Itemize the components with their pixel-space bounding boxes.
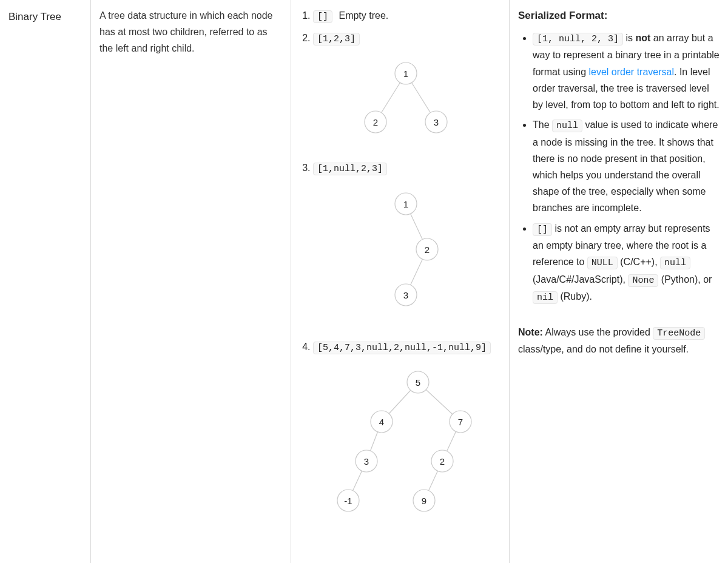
text: (Ruby). (558, 291, 592, 302)
serialized-heading: Serialized Format: (518, 7, 722, 25)
example-item-1: [] Empty tree. (313, 7, 498, 25)
tree3-node-1: 1 (403, 198, 408, 209)
example-item-3: [1,null,2,3] 1 2 3 (313, 160, 498, 325)
serialized-item-1: [1, null, 2, 3] is not an array but a wa… (533, 30, 722, 113)
example-item-2: [1,2,3] 1 2 3 (313, 30, 498, 147)
code-treenode: TreeNode (653, 327, 705, 340)
note-label: Note: (518, 327, 543, 337)
example-item-4: [5,4,7,3,null,2,null,-1,null,9] 5 (313, 339, 498, 547)
example-text-1: Empty tree. (339, 10, 388, 21)
emphasis-not: not (635, 33, 650, 43)
tree4-node-2: 2 (439, 456, 444, 467)
code-None: None (628, 274, 658, 287)
text: Always use the provided (543, 327, 653, 337)
example-code-3: [1,null,2,3] (313, 163, 387, 175)
tree-diagram-4: 5 4 7 3 2 -1 9 (313, 364, 498, 546)
text: class/type, and do not define it yoursel… (518, 344, 689, 354)
tree-diagram-2: 1 2 3 (313, 55, 498, 146)
layout-columns: Binary Tree A tree data structure in whi… (0, 0, 728, 563)
tree3-node-2: 2 (424, 244, 429, 254)
term-definition: A tree data structure in which each node… (99, 7, 280, 57)
tree-svg-4: 5 4 7 3 2 -1 9 (315, 364, 497, 546)
tree2-node-1: 1 (403, 69, 408, 79)
text: value is used to indicate where a node i… (533, 120, 718, 213)
tree4-node-7: 7 (457, 417, 462, 427)
definition-column: A tree data structure in which each node… (91, 0, 291, 563)
tree4-node-9: 9 (421, 496, 426, 506)
serialized-column: Serialized Format: [1, null, 2, 3] is no… (510, 0, 728, 563)
note-paragraph: Note: Always use the provided TreeNode c… (518, 324, 722, 358)
tree-svg-2: 1 2 3 (339, 55, 473, 146)
serialized-item-2: The null value is used to indicate where… (533, 116, 722, 216)
tree-diagram-3: 1 2 3 (313, 186, 498, 325)
code-nil: nil (533, 291, 558, 304)
example-code-2: [1,2,3] (313, 33, 360, 46)
example-code-4: [5,4,7,3,null,2,null,-1,null,9] (313, 342, 491, 354)
tree2-node-3: 3 (433, 117, 438, 127)
code-NULL: NULL (587, 257, 618, 269)
examples-column: [] Empty tree. [1,2,3] 1 2 3 (291, 0, 510, 563)
tree2-node-2: 2 (372, 117, 377, 127)
text: (Python), or (658, 274, 712, 285)
tree4-node-3: 3 (363, 456, 368, 467)
term-column: Binary Tree (0, 0, 91, 563)
tree4-node-5: 5 (415, 377, 420, 388)
serialized-list: [1, null, 2, 3] is not an array but a wa… (518, 30, 722, 306)
tree4-node-neg1: -1 (344, 496, 352, 506)
example-code-1: [] (313, 10, 332, 23)
text: The (533, 120, 552, 130)
text: (Java/C#/JavaScript), (533, 274, 628, 285)
code-null: null (552, 120, 582, 132)
serialized-code-1: [1, null, 2, 3] (533, 33, 623, 46)
examples-list: [] Empty tree. [1,2,3] 1 2 3 (300, 7, 498, 546)
level-order-traversal-link[interactable]: level order traversal (588, 67, 674, 77)
tree-svg-3: 1 2 3 (345, 186, 467, 325)
serialized-item-3: [] is not an empty array but represents … (533, 220, 722, 306)
term-title: Binary Tree (8, 8, 79, 26)
code-null-lower: null (660, 257, 690, 269)
text: is (623, 33, 635, 43)
tree3-node-3: 3 (403, 289, 408, 300)
text: (C/C++), (618, 257, 660, 267)
tree4-node-4: 4 (379, 417, 383, 427)
code-empty-array: [] (533, 223, 552, 236)
